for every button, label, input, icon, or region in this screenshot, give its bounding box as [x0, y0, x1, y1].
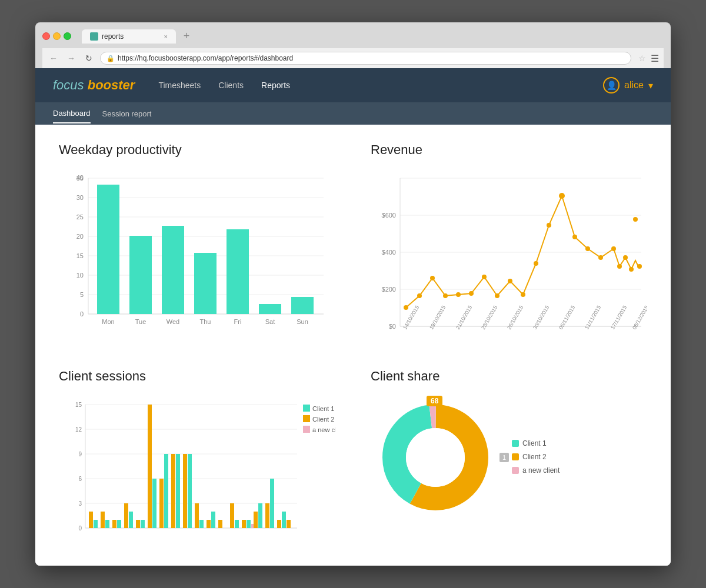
- bar-sat: [259, 304, 281, 314]
- svg-rect-79: [195, 503, 199, 528]
- forward-button[interactable]: →: [65, 52, 78, 65]
- revenue-dot: [534, 261, 538, 266]
- nav-reports[interactable]: Reports: [261, 70, 290, 101]
- bar-chart-svg: 0 5 10 15 20 25 30 35 40 Mo: [59, 166, 335, 331]
- revenue-dot: [404, 305, 408, 310]
- svg-rect-69: [136, 520, 140, 528]
- donut-hole: [406, 428, 465, 487]
- new-tab-button[interactable]: +: [178, 28, 195, 44]
- revenue-title: Revenue: [371, 142, 647, 158]
- revenue-dot: [629, 267, 634, 272]
- revenue-dot: [633, 217, 638, 222]
- svg-rect-93: [277, 520, 281, 528]
- svg-rect-96: [303, 405, 310, 412]
- bar-fri: [227, 229, 249, 314]
- bookmark-icon[interactable]: ☆: [638, 54, 646, 63]
- svg-text:Tue: Tue: [135, 318, 146, 325]
- svg-rect-83: [218, 520, 222, 528]
- client-sessions-svg: 0 3 6 9 12 15: [59, 393, 335, 546]
- client-sessions-title: Client sessions: [59, 369, 335, 384]
- reload-button[interactable]: ↻: [82, 52, 95, 65]
- svg-text:15: 15: [76, 252, 84, 259]
- client-sessions-section: Client sessions 0 3: [59, 369, 335, 548]
- address-bar-row: ← → ↻ 🔒 https://hq.focusboosterapp.com/a…: [42, 48, 664, 68]
- address-bar[interactable]: 🔒 https://hq.focusboosterapp.com/app/rep…: [100, 52, 631, 65]
- svg-rect-75: [171, 454, 175, 528]
- revenue-dot: [417, 293, 422, 298]
- svg-text:Thu: Thu: [200, 318, 211, 325]
- svg-rect-89: [254, 512, 258, 528]
- svg-text:10: 10: [76, 272, 84, 279]
- svg-text:0: 0: [80, 310, 84, 318]
- svg-rect-62: [94, 520, 98, 528]
- revenue-dot: [547, 223, 551, 228]
- logo: focus booster: [53, 78, 135, 93]
- browser-chrome: reports × + ← → ↻ 🔒 https://hq.focusboos…: [35, 22, 671, 68]
- svg-rect-66: [117, 520, 121, 528]
- lock-icon: 🔒: [106, 55, 115, 62]
- legend-label-new-client: a new client: [522, 466, 560, 475]
- donut-legend: Client 1 Client 2 a new client: [512, 439, 560, 476]
- traffic-lights: [42, 32, 71, 40]
- bar-tue: [129, 236, 152, 314]
- svg-rect-70: [141, 520, 145, 528]
- close-button[interactable]: [42, 32, 50, 40]
- svg-rect-78: [188, 454, 192, 528]
- svg-rect-64: [105, 520, 109, 528]
- weekday-bar-chart: 0 5 10 15 20 25 30 35 40 Mo: [59, 166, 335, 343]
- top-nav-links: Timesheets Clients Reports: [158, 70, 603, 101]
- svg-rect-98: [303, 415, 310, 422]
- tab-close-btn[interactable]: ×: [164, 33, 168, 40]
- app-content: focus booster Timesheets Clients Reports…: [35, 68, 671, 566]
- revenue-dot: [495, 293, 499, 298]
- subnav-session-report[interactable]: Session report: [102, 105, 152, 123]
- revenue-dot: [585, 246, 590, 251]
- legend-color-new-client: [512, 467, 519, 474]
- minimize-button[interactable]: [53, 32, 61, 40]
- legend-client1: Client 1: [512, 439, 560, 447]
- revenue-dot: [443, 293, 448, 298]
- browser-titlebar: reports × +: [42, 28, 664, 44]
- svg-text:a new client: a new client: [312, 426, 335, 433]
- bar-wed: [162, 226, 184, 314]
- revenue-dot: [637, 264, 642, 269]
- client-share-section: Client share: [371, 369, 647, 548]
- svg-rect-81: [207, 520, 211, 528]
- user-menu[interactable]: 👤 alice ▾: [603, 77, 653, 93]
- nav-clients[interactable]: Clients: [218, 70, 244, 101]
- menu-icon[interactable]: ☰: [651, 53, 659, 64]
- svg-rect-82: [211, 512, 215, 528]
- revenue-dot: [617, 264, 622, 269]
- tab-title: reports: [102, 32, 124, 41]
- revenue-dot: [572, 235, 577, 239]
- user-dropdown-icon: ▾: [648, 80, 653, 91]
- svg-rect-85: [235, 520, 239, 528]
- tab-favicon: [90, 32, 98, 41]
- svg-rect-77: [183, 454, 187, 528]
- maximize-button[interactable]: [64, 32, 71, 40]
- active-tab[interactable]: reports ×: [82, 29, 176, 44]
- svg-text:6: 6: [78, 476, 82, 482]
- revenue-dot: [430, 276, 435, 280]
- nav-timesheets[interactable]: Timesheets: [158, 70, 201, 101]
- weekday-productivity-section: Weekday productivity: [59, 142, 335, 345]
- svg-rect-68: [129, 512, 133, 528]
- logo-booster: booster: [88, 78, 135, 92]
- svg-text:20: 20: [76, 233, 84, 240]
- legend-label-client1: Client 1: [522, 439, 547, 447]
- revenue-dot: [521, 292, 525, 297]
- donut-side-label: 1: [499, 453, 509, 462]
- user-avatar-icon: 👤: [603, 77, 620, 93]
- top-nav: focus booster Timesheets Clients Reports…: [35, 68, 671, 102]
- subnav-dashboard[interactable]: Dashboard: [53, 104, 91, 123]
- username: alice: [624, 80, 644, 91]
- svg-rect-80: [199, 520, 204, 528]
- svg-rect-90: [258, 503, 262, 528]
- svg-text:$0: $0: [389, 323, 396, 330]
- svg-text:9: 9: [78, 451, 82, 457]
- donut-tooltip: 68: [427, 396, 442, 406]
- svg-text:Client 2: Client 2: [312, 416, 334, 423]
- svg-rect-74: [164, 454, 168, 528]
- revenue-dot: [482, 275, 487, 279]
- back-button[interactable]: ←: [47, 52, 60, 65]
